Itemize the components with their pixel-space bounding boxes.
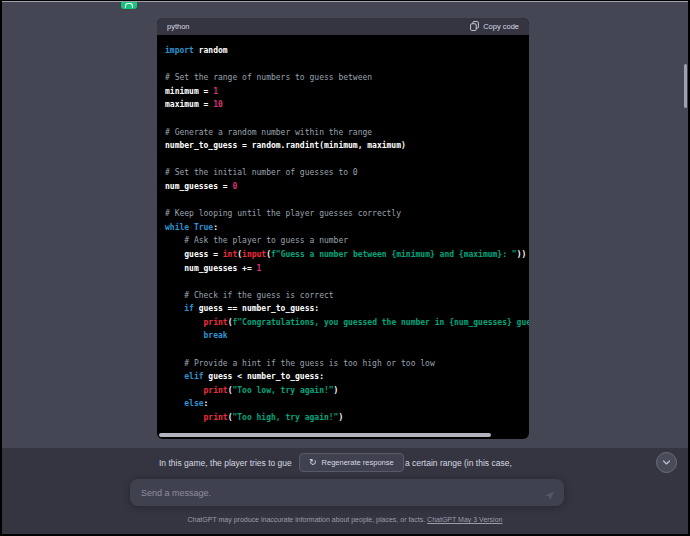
openai-logo-icon xyxy=(125,3,133,8)
message-input[interactable] xyxy=(130,479,564,506)
code-content: import random # Set the range of numbers… xyxy=(157,35,529,425)
vertical-scrollbar-thumb[interactable] xyxy=(684,64,687,108)
chat-viewport: python Copy code import random # Set the… xyxy=(2,1,688,534)
assistant-avatar xyxy=(121,1,137,9)
copy-code-label: Copy code xyxy=(483,22,519,31)
clipboard-icon xyxy=(470,21,479,33)
version-link[interactable]: ChatGPT May 3 Version xyxy=(427,516,502,523)
send-icon[interactable] xyxy=(544,487,555,505)
regenerate-response-button[interactable]: ↻ Regenerate response xyxy=(299,453,404,472)
code-language-label: python xyxy=(167,22,190,31)
disclaimer-text: ChatGPT may produce inaccurate informati… xyxy=(188,516,426,523)
message-text-fragment-right: in a certain range (in this case, xyxy=(396,458,512,468)
code-block-header: python Copy code xyxy=(157,18,529,35)
horizontal-scrollbar-thumb[interactable] xyxy=(159,433,491,437)
refresh-icon: ↻ xyxy=(309,458,317,467)
chevron-down-icon xyxy=(662,455,671,470)
chatgpt-window: python Copy code import random # Set the… xyxy=(0,0,690,536)
scroll-to-bottom-button[interactable] xyxy=(656,452,677,473)
footer-disclaimer: ChatGPT may produce inaccurate informati… xyxy=(2,516,688,523)
message-composer xyxy=(130,479,564,506)
copy-code-button[interactable]: Copy code xyxy=(470,21,519,33)
code-block: python Copy code import random # Set the… xyxy=(157,18,529,439)
message-text-fragment-left: In this game, the player tries to gue xyxy=(159,458,292,468)
regenerate-label: Regenerate response xyxy=(322,458,394,467)
